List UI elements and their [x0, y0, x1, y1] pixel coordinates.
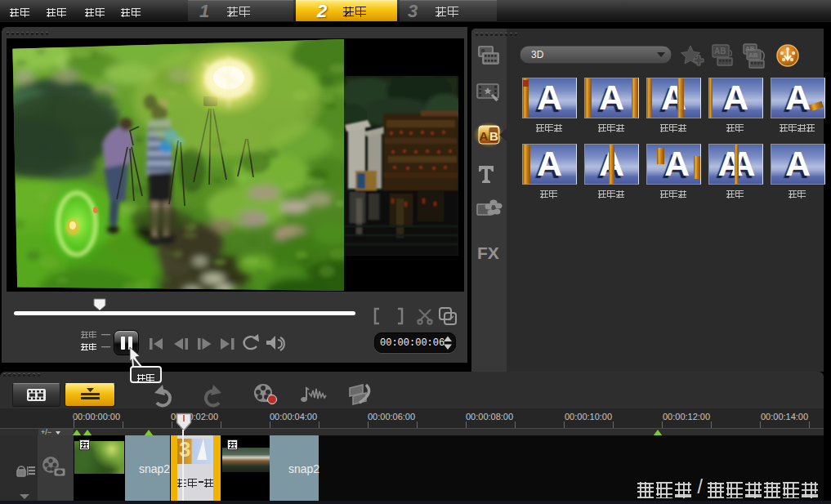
svg-text:FX: FX: [477, 243, 499, 262]
svg-text:A: A: [480, 129, 489, 143]
svg-text:B: B: [489, 129, 498, 143]
svg-text:3D: 3D: [531, 49, 544, 60]
svg-text:AB: AB: [714, 47, 726, 56]
svg-text:AB: AB: [748, 51, 758, 59]
